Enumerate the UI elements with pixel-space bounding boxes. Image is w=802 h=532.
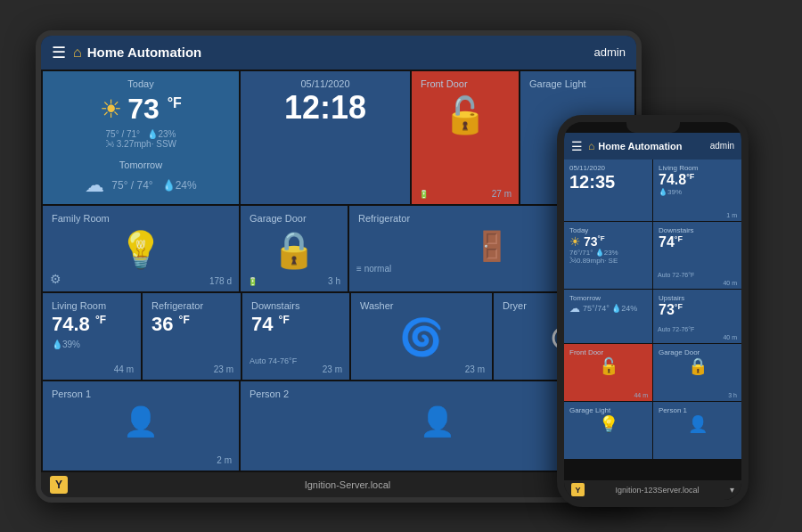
phone-living-humidity: 💧39%: [659, 188, 736, 196]
person1-icon: 👤: [52, 405, 230, 438]
clock-date: 05/11/2020: [250, 78, 401, 89]
phone-garage-light-label: Garage Light: [569, 406, 647, 414]
lock-closed-icon: 🔒: [250, 229, 339, 271]
phone-clock-date: 05/11/2020: [569, 164, 647, 172]
phone-header: ☰ ⌂ Home Automation admin: [564, 133, 741, 160]
weather-temp: 73 °F: [127, 93, 182, 126]
clock-tile[interactable]: 05/11/2020 12:18: [241, 71, 410, 204]
weather-details: 75° / 71° 💧23% 🌬 3.27mph· SSW: [52, 129, 230, 149]
living-room-temp: 74.8 °F: [52, 313, 132, 336]
phone-front-door-label: Front Door: [569, 348, 647, 356]
refrigerator-bottom-label: Refrigerator: [151, 300, 232, 311]
tablet-logo: Y: [50, 476, 68, 494]
phone-bulb-icon: 💡: [569, 414, 647, 434]
garage-door-label: Garage Door: [250, 213, 339, 224]
phone-lock-open-icon: 🔓: [569, 356, 647, 376]
washer-icon: 🌀: [360, 316, 483, 358]
downstairs-time: 23 m: [323, 364, 342, 374]
phone-title: Home Automation: [598, 141, 710, 151]
tablet-row1: Today ☀ 73 °F 75° / 71° 💧23% 🌬 3.27mph· …: [43, 71, 634, 204]
refrigerator-bottom-temp: 36 °F: [151, 313, 232, 336]
phone-upstairs-temp: 73°F: [659, 302, 736, 318]
refrigerator-bottom-tile[interactable]: Refrigerator 36 °F 23 m: [143, 293, 241, 380]
home-icon: ⌂: [73, 45, 82, 61]
phone-clock-tile[interactable]: 05/11/2020 12:35: [564, 160, 652, 221]
phone-living-label: Living Room: [659, 164, 736, 172]
phone-garage-door-tile[interactable]: Garage Door 🔒 3 h: [653, 344, 741, 401]
phone-front-door-time: 44 m: [634, 392, 648, 398]
family-room-label: Family Room: [52, 213, 230, 224]
phone-cloud-icon: ☁: [569, 302, 580, 315]
phone-garage-light-tile[interactable]: Garage Light 💡: [564, 402, 652, 459]
phone-downstairs-tile[interactable]: Downstairs 74°F Auto 72-76°F 40 m: [653, 222, 741, 290]
phone-sun-icon: ☀: [569, 234, 581, 249]
phone-lock-closed-icon: 🔒: [659, 356, 736, 376]
downstairs-temp: 74 °F: [251, 313, 340, 336]
tablet-admin: admin: [594, 45, 626, 59]
phone-upstairs-range: Auto 72-76°F: [658, 326, 694, 332]
washer-time: 23 m: [465, 364, 485, 374]
phone-downstairs-temp: 74°F: [659, 234, 736, 250]
phone-logo: Y: [571, 483, 585, 496]
phone-upstairs-label: Upstairs: [659, 294, 736, 302]
phone-downstairs-time: 40 m: [723, 280, 737, 286]
downstairs-range: Auto 74-76°F: [250, 356, 297, 365]
tablet: ☰ ⌂ Home Automation admin Today ☀ 73 °F …: [36, 30, 642, 503]
family-room-time: 178 d: [209, 276, 232, 286]
refrigerator-status: ≡ normal: [356, 264, 391, 274]
tablet-footer: Y Ignition-Server.local: [41, 472, 636, 497]
phone-notch: [626, 122, 680, 133]
tablet-row3: Living Room 74.8 °F 💧39% 44 m Refrigerat…: [43, 293, 634, 380]
phone-clock-time: 12:35: [569, 172, 647, 192]
phone-admin: admin: [710, 141, 734, 151]
garage-door-time: 3 h: [328, 276, 340, 286]
cloud-icon: ☁: [85, 174, 104, 197]
battery-icon: 🔋: [419, 190, 429, 199]
phone-weather-tile[interactable]: Today ☀ 73°F 76°/71° 💧23% 🌬0.89mph· SE: [564, 222, 652, 290]
living-room-label: Living Room: [52, 300, 132, 311]
tablet-grid: Today ☀ 73 °F 75° / 71° 💧23% 🌬 3.27mph· …: [41, 70, 636, 472]
garage-door-tile[interactable]: Garage Door 🔒 🔋 3 h: [241, 206, 348, 292]
washer-label: Washer: [360, 300, 483, 311]
phone-person1-label: Person 1: [659, 406, 736, 414]
downstairs-tile[interactable]: Downstairs 74 °F Auto 74-76°F 23 m: [242, 293, 349, 380]
battery-icon2: 🔋: [248, 277, 258, 286]
phone: ☰ ⌂ Home Automation admin 05/11/2020 12:…: [557, 115, 749, 507]
tablet-row4: Person 1 👤 2 m Person 2 👤 3 m: [43, 381, 634, 471]
phone-person1-icon: 👤: [659, 414, 736, 434]
phone-weather-details: 76°/71° 💧23% 🌬0.89mph· SE: [569, 249, 647, 265]
today-label: Today: [52, 78, 230, 89]
tablet-title: Home Automation: [87, 45, 594, 60]
person1-label: Person 1: [52, 389, 230, 399]
person1-tile[interactable]: Person 1 👤 2 m: [43, 381, 239, 471]
garage-light-label: Garage Light: [529, 78, 626, 89]
refrigerator-bottom-time: 23 m: [214, 364, 233, 374]
phone-menu-icon[interactable]: ☰: [571, 139, 583, 153]
tomorrow-label: Tomorrow: [52, 160, 230, 170]
phone-upstairs-time: 40 m: [723, 334, 737, 340]
washer-tile[interactable]: Washer 🌀 23 m: [351, 293, 492, 380]
downstairs-label: Downstairs: [251, 300, 340, 311]
phone-living-temp: 74.8°F: [659, 172, 736, 188]
front-door-tile[interactable]: Front Door 🔓 🔋 27 m: [412, 71, 519, 204]
settings-icon[interactable]: ⚙: [50, 272, 61, 286]
menu-icon[interactable]: ☰: [52, 43, 66, 62]
phone-living-time: 1 m: [726, 212, 737, 218]
phone-upstairs-tile[interactable]: Upstairs 73°F Auto 72-76°F 40 m: [653, 290, 741, 343]
living-room-tile[interactable]: Living Room 74.8 °F 💧39% 44 m: [43, 293, 141, 380]
lock-open-icon: 🔓: [421, 94, 510, 136]
phone-person1-tile[interactable]: Person 1 👤: [653, 402, 741, 459]
tablet-server: Ignition-Server.local: [305, 479, 391, 490]
person1-time: 2 m: [217, 455, 232, 465]
weather-tile[interactable]: Today ☀ 73 °F 75° / 71° 💧23% 🌬 3.27mph· …: [43, 71, 239, 204]
phone-footer: Y Ignition-123Server.local ▾: [564, 480, 741, 500]
front-door-time: 27 m: [492, 189, 511, 199]
living-room-time: 44 m: [114, 364, 134, 374]
phone-tomorrow-tile[interactable]: Tomorrow ☁ 75°/74° 💧24%: [564, 290, 652, 343]
chevron-down-icon[interactable]: ▾: [730, 485, 734, 495]
phone-downstairs-label: Downstairs: [659, 226, 736, 234]
phone-living-tile[interactable]: Living Room 74.8°F 💧39% 1 m: [653, 160, 741, 221]
phone-front-door-tile[interactable]: Front Door 🔓 44 m: [564, 344, 652, 401]
phone-weather-temp: 73°F: [584, 234, 605, 249]
family-room-tile[interactable]: Family Room 💡 ⚙ 178 d: [43, 206, 239, 292]
